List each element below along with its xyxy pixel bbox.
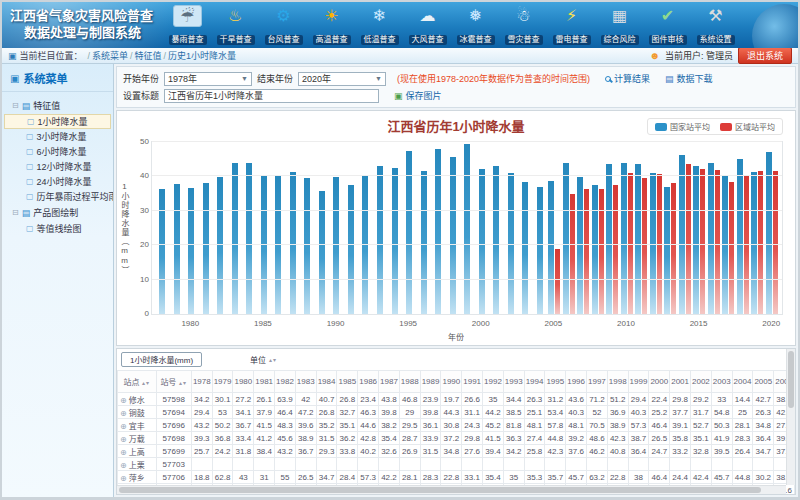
- tree-group-text: 产品图绘制: [33, 206, 78, 219]
- year-column-header: 1980: [233, 371, 254, 393]
- sidebar-item[interactable]: ▢3小时降水量: [4, 129, 111, 144]
- legend-item[interactable]: 国家站平均: [655, 121, 710, 132]
- value-cell: 43.2: [275, 445, 296, 458]
- value-cell: 26.8: [337, 393, 358, 406]
- end-year-select[interactable]: 2020年 ▼: [298, 72, 386, 86]
- toolbar-item-label: 综合风险: [601, 35, 639, 45]
- table-row[interactable]: ⊕铜鼓5769429.45334.137.946.447.226.832.746…: [118, 406, 795, 419]
- value-cell: 31.5: [316, 432, 337, 445]
- download-button[interactable]: ▤ 数据下载: [665, 72, 713, 85]
- toolbar-item[interactable]: ▦综合风险: [597, 5, 642, 46]
- bar-group: [242, 142, 257, 314]
- toolbar-item[interactable]: ⚡雷电普查: [549, 5, 594, 46]
- bar-国家站平均: [635, 164, 641, 314]
- row-expand-icon[interactable]: ⊕: [120, 435, 127, 444]
- value-cell: 35.1: [337, 419, 358, 432]
- row-expand-icon[interactable]: ⊕: [120, 461, 127, 470]
- row-expand-icon[interactable]: ⊕: [120, 422, 127, 431]
- station-id-column-header[interactable]: 站号 ▴▾: [156, 371, 191, 393]
- start-year-select[interactable]: 1978年 ▼: [164, 72, 252, 86]
- bar-group: [155, 142, 170, 314]
- value-cell: 46.2: [587, 445, 608, 458]
- chart-title-input[interactable]: [164, 89, 379, 103]
- sidebar-item[interactable]: ▢12小时降水量: [4, 159, 111, 174]
- toolbar-item[interactable]: ☔暴雨普查: [165, 5, 210, 46]
- table-row[interactable]: ⊕宜丰5769643.250.236.741.548.339.635.235.1…: [118, 419, 795, 432]
- sidebar-item[interactable]: ▢1小时降水量: [4, 114, 111, 129]
- bar-group: [329, 142, 344, 314]
- horizontal-scrollbar[interactable]: [117, 485, 786, 494]
- value-cell: 29.3: [316, 445, 337, 458]
- plot-area: 01020304050: [151, 141, 783, 315]
- save-image-button[interactable]: ▣ 保存图片: [394, 89, 442, 102]
- value-cell: 45.2: [483, 419, 504, 432]
- sidebar-item[interactable]: ▢等值线绘图: [4, 221, 111, 236]
- value-cell: 41.2: [254, 432, 275, 445]
- toolbar-item[interactable]: ✔图件审核: [645, 5, 690, 46]
- logout-button[interactable]: 退出系统: [738, 47, 792, 64]
- toolbar-item[interactable]: ♨干旱普查: [213, 5, 258, 46]
- calculate-button[interactable]: 计算结果: [605, 72, 650, 85]
- breadcrumb-item[interactable]: 特征值: [135, 51, 162, 61]
- table-row[interactable]: ⊕上栗57703: [118, 458, 795, 471]
- value-cell: [503, 458, 524, 471]
- value-cell: 19.7: [441, 393, 462, 406]
- sidebar-item[interactable]: ▢24小时降水量: [4, 174, 111, 189]
- freeze-icon: ❄: [365, 5, 394, 27]
- toolbar-item[interactable]: ❄低温普查: [357, 5, 402, 46]
- value-cell: [628, 458, 649, 471]
- tree-group-label[interactable]: ⊟▤特征值: [4, 97, 111, 114]
- bar-国家站平均: [563, 163, 569, 314]
- vertical-scrollbar[interactable]: [786, 349, 795, 485]
- filter-panel: 开始年份 1978年 ▼ 结束年份 2020年 ▼ (现在使用1978-2020…: [116, 66, 796, 108]
- legend-swatch: [655, 123, 667, 131]
- bar-group: [590, 142, 605, 314]
- legend-item[interactable]: 区域站平均: [720, 121, 775, 132]
- table-row[interactable]: ⊕万载5769839.336.833.441.245.638.931.536.2…: [118, 432, 795, 445]
- row-expand-icon[interactable]: ⊕: [120, 396, 127, 405]
- x-axis-tick: [299, 319, 313, 328]
- value-cell: 38.7: [628, 432, 649, 445]
- sidebar-item[interactable]: ▢6小时降水量: [4, 144, 111, 159]
- unit-button[interactable]: 1小时降水量(mm): [121, 352, 202, 367]
- value-cell: [462, 458, 483, 471]
- row-expand-icon[interactable]: ⊕: [120, 474, 127, 483]
- scrollbar-thumb[interactable]: [119, 487, 761, 493]
- station-id-cell: 57706: [156, 471, 191, 484]
- value-cell: 22.8: [607, 471, 628, 484]
- expand-icon[interactable]: ⊟: [12, 101, 19, 110]
- table-row[interactable]: ⊕萍乡5770618.862.843315526.534.728.457.342…: [118, 471, 795, 484]
- value-cell: 57.8: [545, 419, 566, 432]
- risk-icon: ▦: [605, 5, 634, 27]
- bar-group: [678, 142, 693, 314]
- settings-icon: ⚒: [701, 5, 730, 27]
- value-cell: 46.4: [649, 419, 670, 432]
- toolbar-item[interactable]: ☃雪灾普查: [501, 5, 546, 46]
- tree-group-label[interactable]: ⊟▤产品图绘制: [4, 204, 111, 221]
- table-row[interactable]: ⊕修水5759834.230.127.226.163.94240.726.823…: [118, 393, 795, 406]
- station-column-header[interactable]: 站点 ▴▾: [118, 371, 157, 393]
- sidebar-item[interactable]: ▢历年暴雨过程平均雨量: [4, 189, 111, 204]
- toolbar-item[interactable]: ☁大风普查: [405, 5, 450, 46]
- value-cell: 40.2: [358, 445, 379, 458]
- tree-group: ⊟▤产品图绘制▢等值线绘图: [4, 204, 111, 236]
- sort-icons: ▴▾: [269, 356, 277, 363]
- table-row[interactable]: ⊕上高5769925.724.231.838.443.236.729.333.8…: [118, 445, 795, 458]
- toolbar-item[interactable]: ❅冰雹普查: [453, 5, 498, 46]
- x-axis-tick: [562, 319, 576, 328]
- toolbar-item[interactable]: ⚒系统设置: [693, 5, 738, 46]
- row-expand-icon[interactable]: ⊕: [120, 448, 127, 457]
- scrollbar-thumb[interactable]: [788, 351, 794, 408]
- value-cell: 39.3: [191, 432, 212, 445]
- row-expand-icon[interactable]: ⊕: [120, 409, 127, 418]
- expand-icon[interactable]: ⊟: [12, 208, 19, 217]
- breadcrumb-separator: /: [164, 51, 167, 61]
- toolbar-item[interactable]: ☀高温普查: [309, 5, 354, 46]
- x-axis-tick: [603, 319, 617, 328]
- value-cell: [316, 458, 337, 471]
- toolbar-item[interactable]: ⚙台风普查: [261, 5, 306, 46]
- breadcrumb-item[interactable]: 历史1小时降水量: [168, 51, 236, 61]
- breadcrumb-item[interactable]: 系统菜单: [92, 51, 128, 61]
- unit-filter[interactable]: 单位 ▴▾: [250, 354, 277, 365]
- bar-国家站平均: [290, 172, 296, 314]
